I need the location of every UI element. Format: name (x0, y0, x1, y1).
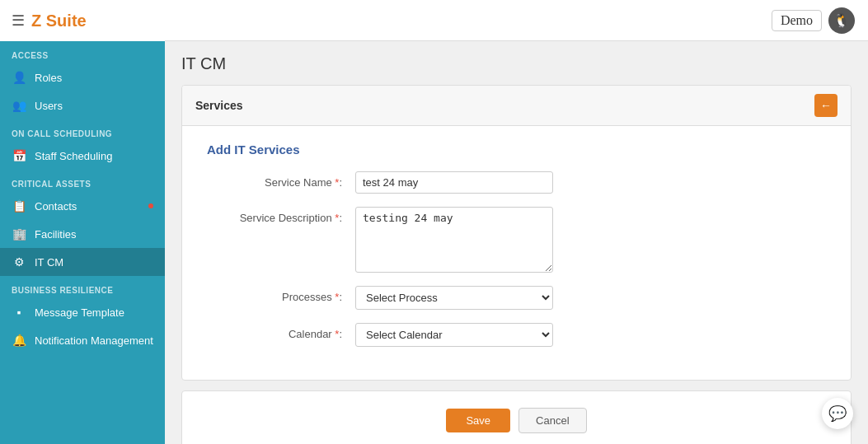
processes-select[interactable]: Select Process (355, 286, 553, 310)
cancel-button[interactable]: Cancel (518, 408, 586, 433)
sidebar-item-label: Notification Management (35, 334, 153, 347)
service-description-row: Service Description *: testing 24 may (207, 207, 826, 273)
chat-bubble[interactable]: 💬 (822, 398, 853, 429)
calendar-icon: 📅 (12, 149, 26, 162)
sidebar-item-itcm[interactable]: ⚙ IT CM (0, 248, 165, 276)
card-header: Services ← (182, 86, 851, 126)
sidebar-item-facilities[interactable]: 🏢 Facilities (0, 220, 165, 248)
section-business-resilience: BUSINESS RESILIENCE (0, 276, 165, 298)
itcm-icon: ⚙ (12, 255, 26, 269)
sidebar-item-contacts[interactable]: 📋 Contacts (0, 192, 165, 220)
sidebar-header: ☰ Z Suite (0, 0, 165, 41)
user-avatar[interactable]: 🐧 (828, 7, 855, 34)
section-access: ACCESS (0, 41, 165, 63)
dot-indicator (148, 203, 153, 208)
service-description-label: Service Description *: (207, 207, 355, 224)
card-body: Add IT Services Service Name *: Service … (182, 126, 851, 380)
sidebar-item-label: Users (35, 100, 63, 112)
topbar-right: Demo 🐧 (772, 7, 855, 34)
users-icon: 👥 (12, 99, 26, 112)
demo-badge: Demo (772, 10, 822, 31)
form-section-title: Add IT Services (207, 143, 826, 157)
services-card: Services ← Add IT Services Service Name … (181, 85, 852, 381)
action-card: Save Cancel (181, 390, 852, 444)
service-name-input[interactable] (355, 171, 553, 194)
main-content: Demo 🐧 IT CM Services ← Add IT Services … (165, 0, 868, 444)
sidebar-item-label: Contacts (35, 200, 77, 213)
topbar: Demo 🐧 (165, 0, 868, 41)
section-oncall: ON CALL SCHEDULING (0, 119, 165, 142)
sidebar-item-staff-scheduling[interactable]: 📅 Staff Scheduling (0, 142, 165, 170)
sidebar-item-users[interactable]: 👥 Users (0, 91, 165, 119)
processes-label: Processes *: (207, 286, 355, 303)
page-title: IT CM (181, 54, 852, 73)
logo: Z Suite (31, 12, 87, 30)
section-critical-assets: CRITICAL ASSETS (0, 170, 165, 192)
logo-z: Z (31, 12, 41, 30)
hamburger-icon[interactable]: ☰ (12, 12, 25, 30)
sidebar-item-label: Roles (35, 72, 62, 84)
facilities-icon: 🏢 (12, 227, 26, 241)
sidebar-item-message-template[interactable]: ▪ Message Template (0, 298, 165, 326)
save-button[interactable]: Save (446, 409, 510, 432)
notification-icon: 🔔 (12, 334, 26, 347)
sidebar-item-notification-management[interactable]: 🔔 Notification Management (0, 326, 165, 354)
service-description-textarea[interactable]: testing 24 may (355, 207, 553, 273)
sidebar-item-label: Staff Scheduling (35, 150, 112, 162)
message-icon: ▪ (12, 306, 26, 319)
calendar-select[interactable]: Select Calendar (355, 323, 553, 347)
sidebar: ☰ Z Suite ACCESS 👤 Roles 👥 Users ON CALL… (0, 0, 165, 444)
contacts-icon: 📋 (12, 199, 26, 213)
roles-icon: 👤 (12, 71, 26, 84)
calendar-label: Calendar *: (207, 323, 355, 340)
sidebar-item-label: Facilities (35, 228, 77, 241)
back-button[interactable]: ← (814, 94, 838, 117)
sidebar-item-label: Message Template (35, 306, 124, 319)
service-name-label: Service Name *: (207, 171, 355, 189)
calendar-row: Calendar *: Select Calendar (207, 323, 826, 347)
sidebar-item-roles[interactable]: 👤 Roles (0, 63, 165, 91)
service-name-row: Service Name *: (207, 171, 826, 194)
card-header-title: Services (195, 99, 243, 112)
processes-row: Processes *: Select Process (207, 286, 826, 310)
sidebar-item-label: IT CM (35, 256, 63, 269)
content-area: IT CM Services ← Add IT Services Service… (165, 41, 868, 444)
